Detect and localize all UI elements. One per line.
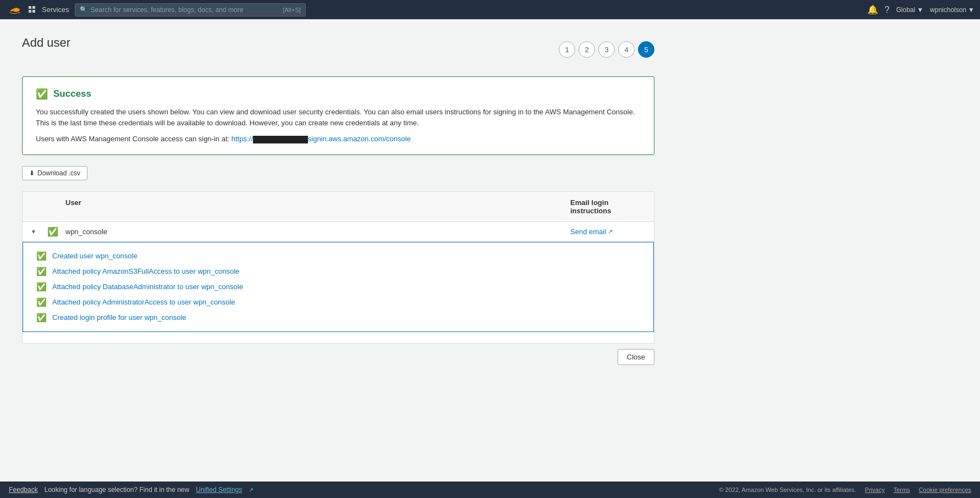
detail-text-2: Attached policy AmazonS3FullAccess to us… [52, 267, 239, 275]
close-button[interactable]: Close [618, 349, 654, 365]
step-4[interactable]: 4 [618, 41, 635, 58]
detail-item-2: ✅ Attached policy AmazonS3FullAccess to … [36, 267, 640, 276]
signin-url-link[interactable]: https:// [232, 135, 308, 143]
col-user-header: User [61, 196, 566, 217]
services-nav-link[interactable]: Services [42, 5, 69, 14]
search-icon: 🔍 [80, 6, 87, 13]
search-input[interactable] [91, 6, 279, 14]
success-header: ✅ Success [36, 88, 641, 100]
success-check-icon: ✅ [36, 88, 48, 100]
expand-row-button[interactable]: ▼ [23, 229, 45, 235]
aws-logo[interactable] [5, 4, 23, 16]
signin-prefix: Users with AWS Management Console access… [36, 135, 232, 143]
detail-text-5: Created login profile for user wpn_conso… [52, 313, 186, 322]
detail-text-3: Attached policy DatabaseAdministrator to… [52, 283, 243, 291]
unified-settings-link[interactable]: Unified Settings [196, 486, 242, 494]
header-row: Add user 1 2 3 4 5 [22, 36, 654, 63]
download-icon: ⬇ [29, 169, 35, 177]
detail-text-1: Created user wpn_console [52, 252, 137, 260]
svg-rect-1 [32, 6, 35, 9]
success-title: Success [53, 88, 91, 99]
row-username: wpn_console [61, 228, 566, 236]
external-link-icon-footer: ↗ [249, 486, 254, 494]
notifications-icon[interactable]: 🔔 [867, 4, 878, 15]
detail-check-icon-3: ✅ [36, 282, 47, 292]
detail-box: ✅ Created user wpn_console ✅ Attached po… [23, 242, 654, 332]
detail-check-icon-1: ✅ [36, 251, 47, 261]
region-selector[interactable]: Global ▼ [896, 6, 923, 14]
footer: Feedback Looking for language selection?… [0, 482, 980, 498]
user-menu[interactable]: wpnicholson ▼ [930, 6, 975, 14]
detail-item-1: ✅ Created user wpn_console [36, 251, 640, 261]
page-title: Add user [22, 36, 70, 50]
nav-icons: 🔔 ? Global ▼ wpnicholson ▼ [867, 4, 975, 15]
signin-domain-link[interactable]: signin.aws.amazon.com/console [308, 135, 411, 143]
detail-check-icon-4: ✅ [36, 297, 47, 307]
step-indicators: 1 2 3 4 5 [559, 41, 654, 58]
feedback-link[interactable]: Feedback [9, 486, 38, 494]
grid-icon[interactable] [29, 6, 36, 14]
row-status-icon: ✅ [45, 226, 61, 237]
user-table: User Email login instructions ▼ ✅ wpn_co… [22, 191, 654, 344]
download-csv-button[interactable]: ⬇ Download .csv [22, 166, 87, 180]
step-1[interactable]: 1 [559, 41, 575, 58]
main-content: Add user 1 2 3 4 5 ✅ Success You success… [0, 19, 980, 482]
help-icon[interactable]: ? [885, 5, 890, 15]
footer-left: Feedback Looking for language selection?… [9, 486, 719, 494]
signin-url-line: Users with AWS Management Console access… [36, 135, 641, 143]
download-btn-label: Download .csv [37, 169, 80, 177]
footer-right: © 2022, Amazon Web Services, Inc. or its… [719, 486, 971, 493]
footer-copyright: © 2022, Amazon Web Services, Inc. or its… [719, 486, 856, 493]
redacted-account-id [253, 136, 308, 143]
step-5[interactable]: 5 [638, 41, 654, 58]
success-box: ✅ Success You successfully created the u… [22, 76, 654, 155]
terms-link[interactable]: Terms [894, 486, 910, 493]
col-status-header [45, 196, 61, 217]
svg-rect-3 [32, 10, 35, 13]
external-link-icon: ↗ [608, 228, 613, 235]
detail-item-5: ✅ Created login profile for user wpn_con… [36, 313, 640, 323]
close-area: Close [22, 344, 654, 381]
user-arrow: ▼ [968, 6, 975, 14]
detail-text-4: Attached policy AdministratorAccess to u… [52, 298, 235, 306]
detail-item-3: ✅ Attached policy DatabaseAdministrator … [36, 282, 640, 292]
username-label: wpnicholson [930, 6, 966, 14]
col-expand-header [23, 196, 45, 217]
privacy-link[interactable]: Privacy [865, 486, 885, 493]
send-email-label: Send email [570, 228, 606, 236]
step-3[interactable]: 3 [598, 41, 615, 58]
step-2[interactable]: 2 [579, 41, 595, 58]
search-shortcut: [Alt+S] [283, 7, 301, 13]
footer-looking-text: Looking for language selection? Find it … [45, 486, 190, 494]
table-row: ▼ ✅ wpn_console Send email ↗ [23, 222, 654, 242]
detail-item-4: ✅ Attached policy AdministratorAccess to… [36, 297, 640, 307]
region-label: Global [896, 6, 915, 14]
table-header-row: User Email login instructions [23, 192, 654, 222]
detail-inner: ✅ Created user wpn_console ✅ Attached po… [23, 242, 653, 331]
success-body-text: You successfully created the users shown… [36, 107, 641, 128]
detail-check-icon-5: ✅ [36, 313, 47, 323]
cookie-preferences-link[interactable]: Cookie preferences [919, 486, 971, 493]
search-bar[interactable]: 🔍 [Alt+S] [75, 3, 306, 16]
col-email-header: Email login instructions [566, 196, 654, 217]
detail-check-icon-2: ✅ [36, 267, 47, 276]
row-email-action: Send email ↗ [566, 228, 654, 236]
svg-rect-0 [29, 6, 31, 9]
region-arrow: ▼ [917, 6, 923, 14]
svg-rect-2 [29, 10, 31, 13]
top-nav: Services 🔍 [Alt+S] 🔔 ? Global ▼ wpnichol… [0, 0, 980, 19]
send-email-link[interactable]: Send email ↗ [570, 228, 649, 236]
